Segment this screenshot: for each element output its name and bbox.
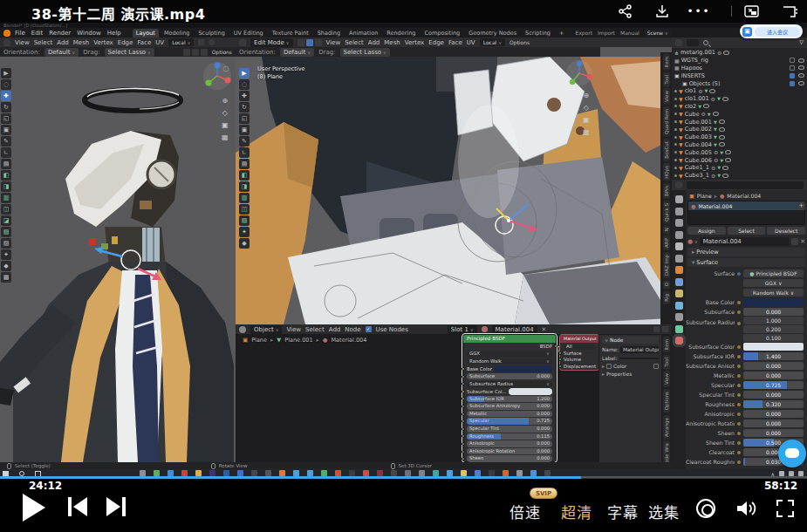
visibility-eye-icon[interactable] (709, 89, 715, 93)
transform-orientation[interactable]: Local∨ (480, 38, 505, 46)
fullscreen-icon[interactable] (776, 500, 794, 517)
orientation-select[interactable]: Default∨ (44, 48, 79, 57)
taskbar-app-icon[interactable] (363, 470, 369, 476)
workspace-tab[interactable]: Sculpting (195, 29, 228, 38)
face-select-icon[interactable] (315, 39, 322, 46)
meeting-button[interactable]: 进入会议 (755, 27, 800, 37)
material-output-node[interactable]: Material Output All Surface Volume Displ… (559, 334, 599, 371)
property-slider[interactable]: Specular 0.725 (686, 380, 807, 390)
taskbar-app-icon[interactable] (419, 470, 425, 476)
taskbar-app-icon[interactable] (377, 470, 383, 476)
property-slider[interactable]: Sheen 0.000 (686, 428, 807, 438)
properties-tab-icon[interactable] (675, 325, 683, 333)
use-nodes-checkbox[interactable]: ✓ (366, 326, 372, 332)
input-socket[interactable] (558, 365, 562, 368)
outliner-row[interactable]: INSERTS ⚙ ▼ (672, 72, 807, 79)
material-datablock-field[interactable]: Material.004 (700, 237, 790, 246)
input-socket[interactable] (558, 358, 562, 361)
unlink-icon[interactable]: ✕ (542, 326, 547, 333)
editor-type-icon[interactable] (675, 181, 682, 188)
viewport-menu[interactable]: View (326, 39, 341, 46)
node-slider[interactable]: Subsurface IOR1.200 (463, 395, 556, 403)
output-target-select[interactable]: All (564, 344, 595, 350)
surface-panel-header[interactable]: ▾ Surface (687, 258, 805, 267)
episodes-button[interactable]: 选集 (648, 501, 680, 522)
taskbar-app-icon[interactable] (251, 470, 257, 476)
vertex-select-icon[interactable] (297, 39, 304, 46)
visibility-eye-icon[interactable] (722, 97, 728, 101)
workspace-tab[interactable]: UV Editing (230, 29, 267, 38)
outliner-row[interactable]: Hapoos ⚙ ▼ (672, 65, 807, 72)
sidebar-tab[interactable]: Tool (663, 355, 670, 370)
radius-value-field[interactable]: 0.100 (743, 334, 804, 342)
viewport-menu[interactable]: Add (368, 39, 380, 46)
bsdf-output-socket[interactable] (554, 344, 557, 348)
drag-select[interactable]: Select Lasso∨ (340, 48, 390, 57)
properties-tab-icon[interactable] (675, 195, 683, 203)
taskbar-app-icon[interactable] (447, 470, 453, 476)
edge-select-icon[interactable] (306, 39, 313, 46)
tool-button[interactable]: ✦ (239, 227, 250, 237)
radius-value-field[interactable]: 1.000 (743, 317, 804, 324)
taskbar-app-icon[interactable] (433, 470, 439, 476)
outliner-row[interactable]: Cube.003 ⚙ ▼ (672, 133, 807, 141)
tool-button[interactable]: ◆ (1, 261, 11, 271)
search-icon[interactable] (703, 40, 708, 45)
quality-button[interactable]: 超清 (561, 501, 592, 522)
options-menu[interactable]: Options (510, 39, 530, 45)
navigation-gizmo[interactable] (202, 61, 232, 91)
property-slider[interactable]: Roughness 0.320 (686, 399, 807, 409)
taskbar-app-icon[interactable] (195, 470, 202, 476)
viewport-menu[interactable]: UV (467, 39, 475, 46)
mode-selector[interactable]: Edit Mode∨ (250, 38, 293, 47)
zoom-icon[interactable]: ⊕ (222, 97, 229, 105)
taskbar-app-icon[interactable] (154, 470, 160, 476)
material-slot-list[interactable]: ●Material.004 + (687, 201, 805, 225)
blender-logo[interactable] (3, 30, 10, 37)
color-checkbox[interactable] (606, 364, 612, 369)
distribution-select[interactable]: GGX ∨ (743, 279, 804, 287)
more-icon[interactable]: ••• (689, 4, 708, 18)
tool-button[interactable]: ◱ (239, 113, 250, 124)
tool-button[interactable]: ▧ (239, 215, 250, 226)
visibility-eye-icon[interactable] (719, 142, 725, 147)
next-episode-button[interactable] (106, 497, 126, 516)
tool-button[interactable]: ∟ (239, 147, 250, 158)
tool-button[interactable]: ▨ (1, 238, 11, 249)
shader-editor-icon[interactable] (239, 326, 246, 333)
outliner-row[interactable]: Cube.006 ⚙ ▼ (672, 156, 807, 164)
viewport-menu[interactable]: Add (57, 39, 69, 46)
input-socket[interactable] (462, 390, 465, 393)
pan-icon[interactable]: ◇ (222, 109, 229, 117)
subtitle-button[interactable]: 字幕 (607, 501, 639, 522)
sidebar-tab[interactable]: HOps (663, 163, 670, 181)
camera-view-icon[interactable]: ▣ (583, 116, 590, 124)
visibility-eye-icon[interactable] (719, 119, 725, 124)
shader-menu[interactable]: Add (329, 326, 341, 333)
viewport-menu[interactable]: Edge (118, 39, 133, 46)
filter-icon[interactable]: ∇ (799, 39, 804, 46)
property-slider[interactable]: Specular Tint 0.000 (686, 390, 807, 399)
visibility-eye-icon[interactable] (798, 58, 804, 63)
node-slider[interactable]: Subsurface0.000 (463, 372, 556, 380)
taskbar-app-icon[interactable] (140, 470, 146, 476)
tool-button[interactable]: ✚ (1, 91, 11, 101)
visibility-eye-icon[interactable] (719, 135, 725, 140)
workspace-tab[interactable]: Scripting (522, 29, 554, 38)
taskbar-app-icon[interactable] (503, 470, 509, 476)
unlink-icon[interactable]: ✕ (800, 238, 805, 245)
properties-tab-icon[interactable] (675, 255, 683, 263)
outliner-row[interactable]: Objects (5) ⚙ ▼ (672, 79, 807, 87)
properties-tab-icon[interactable] (675, 290, 683, 297)
cast-icon[interactable] (780, 4, 799, 18)
menubar-menu[interactable]: Render (49, 30, 71, 37)
tool-button[interactable]: ✦ (1, 249, 11, 260)
node-slider[interactable]: Specular0.725 (463, 418, 556, 426)
properties-tab-icon[interactable] (675, 266, 683, 274)
viewport-menu[interactable]: Vertex (405, 39, 425, 46)
tool-button[interactable]: ◱ (1, 113, 11, 124)
taskbar-app-icon[interactable] (307, 470, 313, 476)
taskbar-app-icon[interactable] (265, 470, 271, 476)
menubar-menu[interactable]: Edit (31, 30, 44, 37)
tool-button[interactable]: ▤ (1, 159, 11, 169)
